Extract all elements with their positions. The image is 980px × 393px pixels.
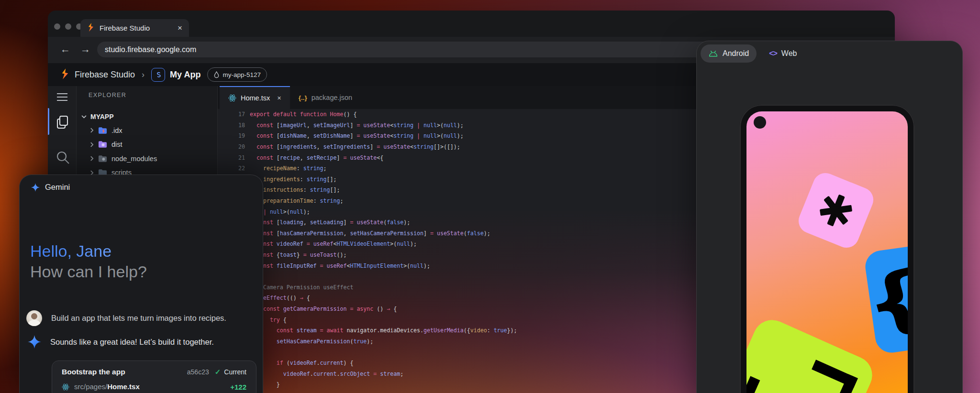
platform-toggle: Android <> Web	[701, 44, 797, 63]
project-id-pill[interactable]: my-app-5127	[207, 67, 267, 82]
editor-tab-home[interactable]: Home.tsx ×	[220, 86, 290, 109]
file-tree: MYAPP .idxdistnode_modulesscripts	[77, 110, 217, 180]
chevron-down-icon	[81, 115, 87, 119]
line-number: 19	[218, 132, 245, 139]
chevron-right-icon	[90, 128, 94, 133]
firebase-logo-icon	[60, 68, 70, 81]
android-icon	[708, 50, 718, 58]
browser-tab[interactable]: Firebase Studio ×	[80, 19, 189, 37]
tree-root-label: MYAPP	[90, 113, 114, 120]
pink-asterisk-tile	[795, 169, 877, 251]
gemini-header: Gemini	[31, 183, 70, 192]
additions-count: +122	[230, 383, 246, 391]
user-message-text: Build an app that lets me turn images in…	[51, 314, 226, 323]
tree-item-node_modules[interactable]: node_modules	[77, 152, 217, 166]
json-braces-icon: {..}	[299, 94, 307, 101]
editor-tab-package[interactable]: {..} package.json	[290, 86, 361, 109]
folder-icon	[98, 155, 107, 163]
browser-tab-title: Firebase Studio	[100, 24, 178, 32]
stage: Firebase Studio × ← → studio.firebase.go…	[0, 0, 980, 393]
tab-close-icon[interactable]: ×	[178, 24, 182, 32]
greeting-name: Hello, Jane	[30, 241, 147, 262]
tree-item-label: .idx	[111, 127, 122, 134]
gemini-sparkle-icon	[31, 183, 40, 192]
bootstrap-card[interactable]: Bootstrap the app a56c23 ✓ Current src/p…	[52, 360, 256, 393]
line-number: 18	[218, 122, 245, 129]
folder-icon	[98, 127, 107, 134]
gemini-greeting: Hello, Jane How can I help?	[30, 241, 147, 282]
line-number: 20	[218, 143, 245, 150]
forward-icon[interactable]: →	[80, 44, 90, 55]
line-number: 21	[218, 154, 245, 161]
preview-panel: Android <> Web {	[696, 41, 963, 393]
ai-message: Sounds like a great idea! Let’s build it…	[26, 335, 214, 349]
code-brackets-icon: <>	[769, 49, 777, 58]
line-number: 17	[218, 111, 245, 118]
editor-tab-label: Home.tsx	[241, 94, 270, 102]
line-number: 22	[218, 165, 245, 172]
project-spark-icon	[213, 71, 220, 78]
tree-items: .idxdistnode_modulesscripts	[77, 123, 217, 180]
menu-icon[interactable]	[56, 93, 68, 103]
product-name[interactable]: Firebase Studio	[75, 70, 135, 80]
react-icon	[228, 94, 236, 102]
web-tab-label: Web	[781, 49, 797, 58]
file-path: src/pages/	[74, 382, 107, 391]
status-badge: Current	[224, 368, 246, 376]
user-avatar	[26, 310, 42, 326]
file-name[interactable]: Home.tsx	[107, 382, 140, 391]
phone-screen[interactable]: {	[746, 111, 908, 393]
commit-hash: a56c23	[187, 368, 209, 376]
ai-message-text: Sounds like a great idea! Let’s build it…	[50, 338, 214, 347]
greeting-question: How can I help?	[30, 262, 147, 282]
workspace-icon	[151, 68, 165, 82]
bracket-glyph	[797, 360, 858, 393]
react-icon	[62, 383, 69, 391]
search-icon[interactable]	[56, 150, 71, 167]
window-control-dot[interactable]	[54, 23, 60, 30]
tree-item-dist[interactable]: dist	[77, 138, 217, 152]
tree-item-label: node_modules	[111, 155, 157, 163]
gemini-panel: Gemini Hello, Jane How can I help? Build…	[19, 175, 263, 393]
editor-tab-close-icon[interactable]: ×	[277, 94, 281, 102]
curly-brace-glyph: {	[856, 258, 908, 342]
browser-tabstrip: Firebase Studio ×	[48, 11, 895, 37]
window-controls[interactable]	[54, 23, 82, 30]
card-title: Bootstrap the app	[62, 368, 187, 376]
folder-icon	[98, 141, 107, 148]
project-id: my-app-5127	[223, 71, 261, 78]
url-text: studio.firebase.google.com	[105, 45, 196, 54]
chevron-right-icon	[90, 156, 94, 161]
active-view-indicator	[48, 108, 49, 135]
android-tab[interactable]: Android	[701, 44, 757, 63]
back-icon[interactable]: ←	[60, 44, 70, 55]
explorer-title: EXPLORER	[89, 92, 126, 98]
gemini-sparkle-icon	[28, 335, 41, 349]
web-tab[interactable]: <> Web	[769, 49, 797, 58]
breadcrumb-separator: ›	[142, 70, 145, 80]
editor-tab-label: package.json	[312, 94, 352, 101]
lime-brackets-tile	[746, 314, 878, 393]
tree-root[interactable]: MYAPP	[77, 110, 217, 123]
files-icon[interactable]	[56, 115, 69, 132]
window-control-dot[interactable]	[65, 23, 71, 30]
bracket-glyph	[746, 376, 792, 393]
user-message: Build an app that lets me turn images in…	[26, 310, 226, 326]
tree-item-idx[interactable]: .idx	[77, 123, 217, 138]
camera-punch-hole	[754, 116, 766, 129]
chevron-right-icon	[90, 142, 94, 147]
tree-item-label: dist	[111, 141, 122, 148]
android-tab-label: Android	[723, 49, 749, 58]
firebase-flame-icon	[87, 23, 95, 33]
check-icon: ✓	[215, 368, 221, 376]
gemini-title: Gemini	[45, 183, 70, 192]
phone-device: {	[740, 105, 914, 393]
blue-brace-tile: {	[863, 239, 908, 355]
asterisk-icon	[813, 187, 860, 234]
workspace-name[interactable]: My App	[170, 70, 200, 80]
